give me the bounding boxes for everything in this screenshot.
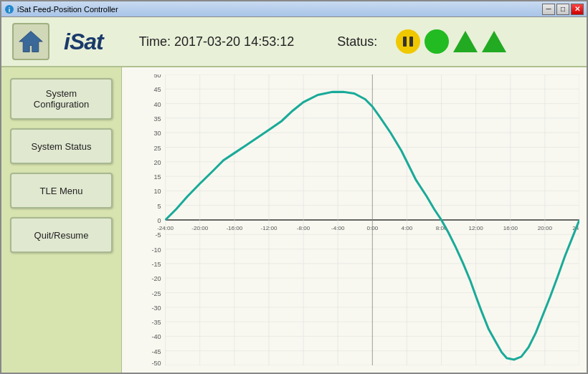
svg-text:-4:00: -4:00 bbox=[331, 225, 345, 231]
system-status-button[interactable]: System Status bbox=[10, 128, 113, 164]
chart-svg: 50 45 40 35 30 25 20 15 10 5 0 -5 -10 -1… bbox=[129, 75, 579, 365]
svg-text:20: 20 bbox=[153, 159, 161, 166]
svg-text:12:00: 12:00 bbox=[469, 225, 484, 231]
tle-menu-button[interactable]: TLE Menu bbox=[10, 173, 113, 208]
svg-text:-20: -20 bbox=[151, 275, 161, 282]
svg-text:i: i bbox=[9, 6, 11, 14]
svg-text:-20:00: -20:00 bbox=[191, 225, 208, 231]
svg-text:0:00: 0:00 bbox=[366, 225, 378, 231]
svg-text:50: 50 bbox=[153, 75, 161, 79]
home-icon bbox=[18, 29, 44, 54]
svg-text:10: 10 bbox=[153, 188, 161, 195]
pause-bar-left bbox=[403, 37, 407, 47]
title-bar-text: iSat Feed-Position Controller bbox=[17, 5, 118, 14]
svg-text:-16:00: -16:00 bbox=[226, 225, 242, 231]
svg-text:40: 40 bbox=[153, 101, 161, 108]
title-bar-buttons: ─ □ ✕ bbox=[542, 4, 584, 15]
home-button[interactable] bbox=[12, 23, 49, 60]
main-window: i iSat Feed-Position Controller ─ □ ✕ iS… bbox=[0, 0, 588, 374]
svg-marker-2 bbox=[19, 32, 42, 52]
svg-text:-24:00: -24:00 bbox=[157, 225, 174, 231]
status-icons bbox=[396, 29, 506, 54]
svg-text:-35: -35 bbox=[151, 319, 161, 326]
header: iSat Time: 2017-03-20 14:53:12 Status: bbox=[1, 17, 587, 67]
time-label: Time: bbox=[139, 34, 171, 49]
app-icon: i bbox=[4, 4, 14, 14]
svg-text:-50: -50 bbox=[151, 360, 161, 365]
svg-text:-5: -5 bbox=[155, 231, 161, 239]
svg-text:-10: -10 bbox=[151, 246, 161, 254]
svg-text:-40: -40 bbox=[151, 333, 161, 340]
pause-bar-right bbox=[409, 37, 413, 47]
svg-text:-15: -15 bbox=[151, 261, 161, 268]
logo-text: iSat bbox=[64, 29, 103, 55]
chart-area: 50 45 40 35 30 25 20 15 10 5 0 -5 -10 -1… bbox=[122, 67, 587, 373]
svg-text:45: 45 bbox=[153, 86, 161, 93]
svg-text:0: 0 bbox=[157, 217, 161, 224]
sidebar: SystemConfiguration System Status TLE Me… bbox=[1, 67, 122, 373]
svg-text:5: 5 bbox=[157, 203, 161, 210]
status-label: Status: bbox=[337, 34, 377, 49]
svg-text:-12:00: -12:00 bbox=[260, 225, 277, 231]
svg-text:-45: -45 bbox=[151, 348, 161, 355]
status-circle-green bbox=[425, 29, 449, 54]
time-value: 2017-03-20 14:53:12 bbox=[174, 34, 294, 49]
status-triangle-1 bbox=[453, 31, 478, 52]
svg-text:-30: -30 bbox=[151, 305, 161, 312]
status-triangle-2 bbox=[482, 31, 506, 52]
svg-text:16:00: 16:00 bbox=[503, 225, 518, 231]
main-content: SystemConfiguration System Status TLE Me… bbox=[1, 67, 587, 373]
svg-text:20:00: 20:00 bbox=[538, 225, 553, 231]
svg-text:30: 30 bbox=[153, 130, 161, 137]
quit-resume-button[interactable]: Quit/Resume bbox=[10, 217, 113, 253]
svg-text:35: 35 bbox=[153, 115, 161, 123]
title-bar-left: i iSat Feed-Position Controller bbox=[4, 4, 118, 14]
svg-text:4:00: 4:00 bbox=[402, 225, 413, 231]
system-config-button[interactable]: SystemConfiguration bbox=[10, 78, 113, 120]
minimize-button[interactable]: ─ bbox=[542, 4, 555, 15]
svg-text:25: 25 bbox=[153, 145, 161, 152]
title-bar: i iSat Feed-Position Controller ─ □ ✕ bbox=[1, 1, 587, 17]
time-display: Time: 2017-03-20 14:53:12 bbox=[139, 34, 295, 49]
svg-text:-8:00: -8:00 bbox=[297, 225, 310, 231]
svg-text:15: 15 bbox=[153, 173, 161, 181]
svg-text:-25: -25 bbox=[151, 290, 161, 297]
close-button[interactable]: ✕ bbox=[571, 4, 584, 15]
maximize-button[interactable]: □ bbox=[556, 4, 569, 15]
pause-indicator bbox=[396, 29, 420, 54]
